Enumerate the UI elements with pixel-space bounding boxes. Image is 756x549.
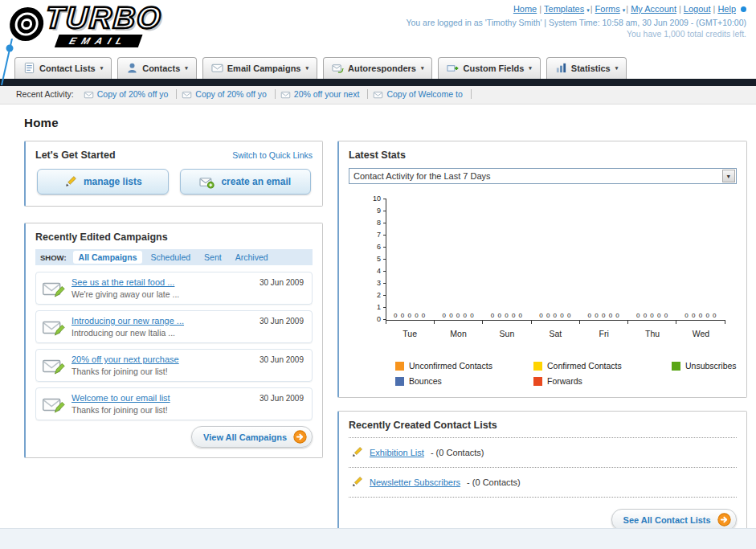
recent-activity-link[interactable]: Copy of 20% off yo [195,89,267,99]
recent-activity-item: Copy of Welcome to [373,89,471,99]
campaign-row[interactable]: Introducing our new range ... Introducin… [35,310,313,343]
nav-divider-bar [0,79,756,86]
legend-item: Bounces [395,376,533,386]
legend-swatch [395,362,404,371]
top-link-templates[interactable]: Templates [544,4,584,14]
recent-activity-item: 20% off your next [280,89,369,99]
legend-label: Confirmed Contacts [547,361,622,371]
tab-contacts[interactable]: Contacts▾ [117,57,197,79]
logo-needle-decoration [0,39,19,95]
y-tick-label: 3 [362,279,381,287]
tab-statistics[interactable]: Statistics▾ [546,57,627,79]
top-link-forms[interactable]: Forms [595,4,620,14]
dropdown-caret-icon: ▾ [615,65,619,72]
campaign-subtitle: Thanks for joining our list! [72,405,170,415]
tab-label: Email Campaigns [227,64,301,73]
contact-list-row[interactable]: Newsletter Subscribers - (0 Contacts) [349,468,737,498]
top-link-my-account[interactable]: My Account [631,4,676,14]
stats-activity-select[interactable]: Contact Activity for the Last 7 Days ▼ [349,168,737,184]
view-all-campaigns-button[interactable]: View All Campaigns [191,426,313,448]
legend-swatch [672,362,680,371]
campaign-title-link[interactable]: Introducing our new range ... [72,316,184,326]
arrow-circle-icon [717,513,731,526]
chart-legend: Unconfirmed ContactsConfirmed ContactsUn… [395,361,737,386]
x-tick-label: Thu [628,329,676,338]
header: TURBO EMAIL Home|Templates▾|Forms▾|My Ac… [0,0,756,51]
recent-activity-item: Copy of 20% off yo [182,89,276,99]
campaign-subtitle: Introducing our new Italia ... [72,328,184,338]
y-tick-label: 1 [362,303,381,311]
dropdown-caret-icon: ▾ [623,7,626,13]
contact-lists-panel: Recently Created Contact Lists Exhibitio… [337,411,747,541]
tab-label: Statistics [571,64,611,73]
dropdown-caret-icon: ▾ [305,65,309,72]
main-nav-tabs: Contact Lists▾Contacts▾Email Campaigns▾A… [0,51,756,79]
envelope-plus-icon [199,175,215,189]
arrow-circle-icon [293,430,307,444]
value-label-group: 0 0 0 0 0 [434,312,482,319]
legend-label: Bounces [409,376,442,386]
filter-scheduled[interactable]: Scheduled [145,251,196,264]
value-label-group: 0 0 0 0 0 [483,312,531,319]
envelope-pencil-icon [43,280,65,298]
header-right: Home|Templates▾|Forms▾|My Account|Logout… [406,4,746,39]
top-link-help[interactable]: Help [717,4,736,14]
value-label-group: 0 0 0 0 0 [676,312,725,319]
campaign-title-link[interactable]: See us at the retail food ... [72,277,174,287]
recent-activity-link[interactable]: 20% off your next [294,89,360,99]
logo-title: TURBO [44,1,163,35]
campaign-title-link[interactable]: 20% off your next purchase [72,354,179,364]
recent-activity-link[interactable]: Copy of 20% off yo [97,89,169,99]
top-link-logout[interactable]: Logout [684,4,711,14]
login-info: You are logged in as 'Timothy Smith' | S… [406,18,746,27]
tab-custom-fields[interactable]: Custom Fields▾ [438,57,540,79]
email-icon [280,90,291,100]
credits-info: You have 1,000 total credits left. [406,29,746,39]
x-tick-label: Wed [676,329,725,338]
x-tick-label: Fri [580,329,628,338]
legend-swatch [533,362,542,371]
x-tick-label: Sat [531,329,579,338]
tab-label: Custom Fields [463,64,524,73]
switch-quick-links-link[interactable]: Switch to Quick Links [232,150,313,160]
tab-autoresponders[interactable]: Autoresponders▾ [323,57,432,79]
legend-label: Unsubscribes [685,361,737,371]
contact-list-link[interactable]: Exhibition List [370,448,424,457]
view-all-campaigns-label: View All Campaigns [203,432,287,442]
campaign-row[interactable]: See us at the retail food ... We're givi… [35,272,313,305]
contact-list-row[interactable]: Exhibition List - (0 Contacts) [349,438,737,468]
contact-list-count: - (0 Contacts) [431,448,484,457]
tab-label: Contacts [142,64,180,73]
chart-value-labels: 0 0 0 0 00 0 0 0 00 0 0 0 00 0 0 0 00 0 … [386,312,725,319]
right-column: Latest Stats Contact Activity for the La… [337,141,747,541]
x-tick [531,321,579,324]
campaign-subtitle: We're giving away our late ... [72,289,179,299]
campaign-row[interactable]: Welcome to our email list Thanks for joi… [35,387,313,420]
manage-lists-button[interactable]: manage lists [37,169,169,195]
dropdown-caret-icon: ▾ [586,7,590,13]
latest-stats-title: Latest Stats [349,150,737,161]
recent-campaigns-title: Recently Edited Campaigns [35,231,313,243]
filter-archived[interactable]: Archived [230,251,274,264]
x-tick [676,321,725,324]
create-email-button[interactable]: create an email [180,169,312,195]
filter-all-campaigns[interactable]: All Campaigns [73,251,143,264]
campaign-row[interactable]: 20% off your next purchase Thanks for jo… [35,349,313,382]
campaign-text: See us at the retail food ... We're givi… [72,277,179,299]
tab-email-campaigns[interactable]: Email Campaigns▾ [202,57,317,79]
x-tick [434,321,482,324]
recent-activity-link[interactable]: Copy of Welcome to [386,89,462,99]
chart-plot-area [386,199,725,321]
dropdown-caret-icon: ▾ [421,65,424,72]
top-link-home[interactable]: Home [513,4,537,14]
tab-contact-lists[interactable]: Contact Lists▾ [14,57,112,79]
select-dropdown-arrow-icon: ▼ [722,170,735,182]
see-all-contact-lists-button[interactable]: See All Contact Lists [611,509,737,531]
page-footer [0,528,756,549]
y-tick-label: 7 [362,231,381,239]
filter-sent[interactable]: Sent [198,251,227,264]
campaign-date: 30 Jun 2009 [259,278,304,287]
campaign-title-link[interactable]: Welcome to our email list [72,393,170,403]
legend-label: Unconfirmed Contacts [409,361,492,371]
contact-list-link[interactable]: Newsletter Subscribers [370,477,460,487]
